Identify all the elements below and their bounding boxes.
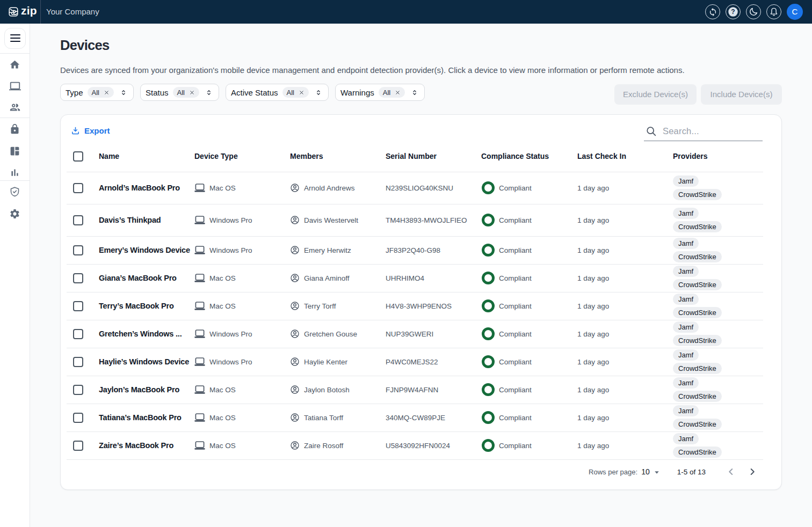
svg-text:?: ? <box>731 8 735 16</box>
